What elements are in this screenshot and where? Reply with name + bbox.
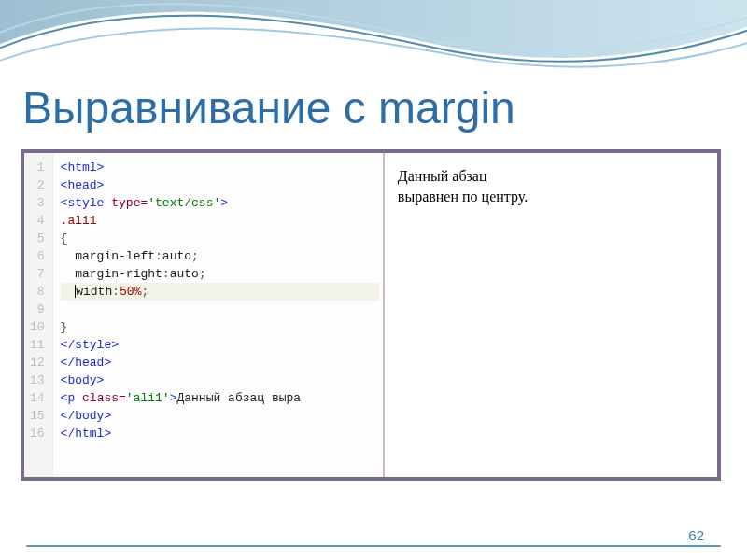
slide-title: Выравнивание с margin	[22, 82, 515, 133]
preview-panel: Данный абзац выравнен по центру.	[385, 153, 717, 477]
split-panels: 12345678910111213141516 <html> <head> <s…	[24, 153, 717, 477]
code-content: <html> <head> <style type='text/css'> .a…	[53, 153, 383, 477]
preview-paragraph: Данный абзац выравнен по центру.	[398, 166, 704, 206]
line-number-gutter: 12345678910111213141516	[24, 153, 53, 477]
code-panel: 12345678910111213141516 <html> <head> <s…	[24, 153, 385, 477]
bottom-underline	[26, 545, 721, 547]
page-number: 62	[688, 527, 704, 543]
content-frame: 12345678910111213141516 <html> <head> <s…	[21, 149, 721, 481]
bottom-decoration	[0, 532, 747, 560]
preview-line-2: выравнен по центру.	[398, 189, 528, 204]
preview-line-1: Данный абзац	[398, 168, 487, 184]
text-caret	[75, 285, 76, 298]
